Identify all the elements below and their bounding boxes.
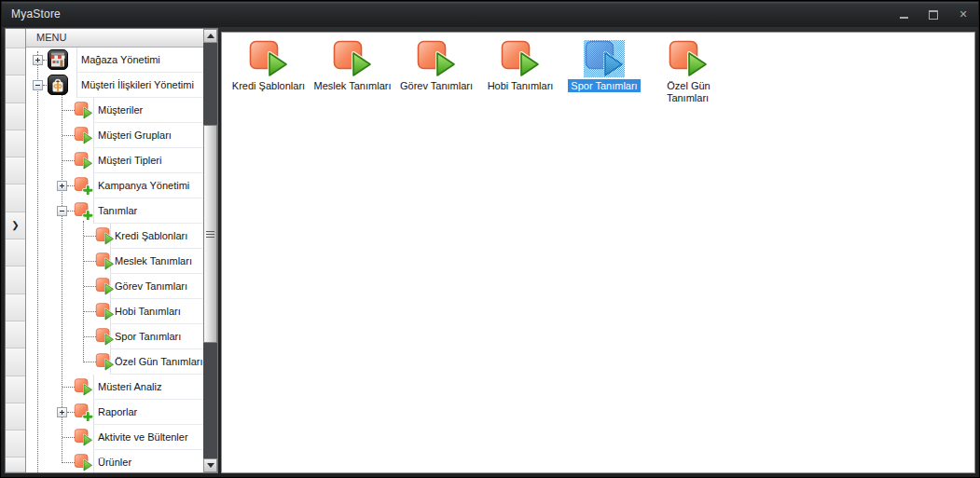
content-item[interactable]: Özel Gün Tanımları — [646, 40, 730, 104]
tree-node[interactable]: Müşteriler — [26, 98, 203, 123]
scrollbar-thumb[interactable] — [203, 125, 217, 343]
content-item[interactable]: Hobi Tanımları — [478, 40, 562, 104]
tree-node-label: Müşteri İlişkileri Yönetimi — [81, 73, 194, 97]
indicator-cell — [6, 48, 25, 75]
maximize-button[interactable] — [926, 7, 941, 22]
indicator-cell — [6, 294, 25, 321]
play-icon — [95, 278, 115, 295]
tree-node-label: Müşteri Grupları — [98, 123, 172, 147]
play-icon — [500, 40, 541, 77]
indicator-cell — [6, 184, 25, 212]
play-icon — [74, 454, 93, 471]
tree-node-label: Mağaza Yönetimi — [81, 48, 160, 72]
play-icon — [416, 40, 457, 77]
tree-node[interactable]: Mağaza Yönetimi — [26, 48, 203, 73]
tree-node-label: Kampanya Yönetimi — [98, 173, 189, 198]
content-item[interactable]: Görev Tanımları — [394, 40, 478, 104]
expander-icon[interactable] — [33, 80, 43, 90]
tree-node[interactable]: Hobi Tanımları — [26, 299, 203, 324]
tree-node-label: Müşteri Tipleri — [98, 148, 161, 172]
play-icon — [332, 40, 373, 77]
expander-icon[interactable] — [57, 181, 67, 191]
play-icon — [74, 429, 93, 446]
scroll-up-button[interactable] — [203, 29, 217, 43]
tree-node-label: Tanımlar — [98, 198, 137, 223]
indicator-cell — [6, 458, 25, 472]
tree-node-label: Spor Tanımları — [115, 324, 181, 348]
indicator-cell — [6, 321, 25, 348]
plus-icon — [74, 403, 93, 421]
indicator-cell — [6, 376, 25, 403]
indicator-cell — [6, 130, 25, 157]
bag-icon — [48, 75, 68, 95]
minimize-button[interactable] — [896, 7, 911, 22]
play-icon — [95, 303, 115, 321]
tree-node[interactable]: Tanımlar — [26, 198, 203, 224]
indicator-cell — [6, 430, 25, 458]
tree-node[interactable]: Aktivite ve Bültenler — [26, 425, 203, 450]
play-icon — [95, 253, 115, 270]
tree-node-label: Müsteri Analiz — [98, 375, 161, 399]
indicator-cell — [6, 29, 25, 48]
tree-node[interactable]: Müşteri Grupları — [26, 123, 203, 148]
tree-node-label: Müşteriler — [98, 98, 143, 122]
tree-node[interactable]: Spor Tanımları — [26, 324, 203, 349]
tree-node[interactable]: Kredi Şablonları — [26, 224, 203, 249]
tree-node[interactable]: Müşteri Tipleri — [26, 148, 203, 173]
indicator-cell — [6, 157, 25, 184]
focused-row-arrow-icon: ❯ — [11, 220, 19, 230]
tree-node-label: Özel Gün Tanımları — [115, 349, 203, 374]
play-icon — [74, 102, 93, 119]
client-area: ❯ MENU Mağaza Yönetimi Müşteri İlişkiler… — [2, 27, 978, 476]
tree-node-label: Ürünler — [98, 450, 131, 472]
play-icon — [584, 40, 625, 77]
scroll-down-button[interactable] — [203, 458, 217, 472]
tree-node-label: Aktivite ve Bültenler — [98, 425, 188, 449]
tree-node-label: Meslek Tanımları — [115, 249, 192, 273]
shortcut-list: Kredi Şablonları Meslek Tanımları Görev … — [227, 40, 730, 104]
window-controls: ✕ — [896, 2, 971, 27]
tree-node[interactable]: Görev Tanımları — [26, 274, 203, 299]
maximize-icon — [929, 10, 938, 20]
content-panel: Kredi Şablonları Meslek Tanımları Görev … — [221, 32, 975, 473]
play-icon — [74, 152, 93, 170]
tree-node[interactable]: Özel Gün Tanımları — [26, 349, 203, 375]
tree-node-label: Raporlar — [98, 400, 137, 424]
play-icon — [74, 127, 93, 144]
menu-scrollbar[interactable] — [203, 29, 217, 472]
store-icon — [48, 49, 68, 70]
indicator-cell — [6, 75, 25, 102]
indicator-cell — [6, 103, 25, 130]
plus-icon — [74, 177, 93, 195]
indicator-cell — [6, 266, 25, 294]
content-item[interactable]: Spor Tanımları — [562, 40, 646, 104]
close-button[interactable]: ✕ — [956, 7, 971, 22]
tree-node[interactable]: Müşteri İlişkileri Yönetimi — [26, 73, 203, 98]
content-item-label: Görev Tanımları — [394, 80, 478, 92]
menu-header: MENU — [26, 29, 203, 48]
minimize-icon — [900, 17, 908, 19]
tree-node-label: Hobi Tanımları — [115, 299, 181, 323]
menu-dock-panel: ❯ MENU Mağaza Yönetimi Müşteri İlişkiler… — [5, 28, 218, 473]
tree-node[interactable]: Meslek Tanımları — [26, 249, 203, 274]
indicator-cell — [6, 348, 25, 376]
play-icon — [74, 378, 93, 396]
title-bar[interactable]: MyaStore ✕ — [2, 2, 978, 28]
expander-icon[interactable] — [33, 55, 43, 65]
tree-node-label: Kredi Şablonları — [115, 224, 187, 248]
tree-node[interactable]: Raporlar — [26, 400, 203, 425]
row-indicator-strip: ❯ — [6, 29, 26, 472]
expander-icon[interactable] — [57, 206, 67, 216]
play-icon — [95, 353, 115, 371]
content-item-label: Özel Gün Tanımları — [646, 80, 730, 104]
play-icon — [95, 328, 115, 346]
menu-tree: Mağaza Yönetimi Müşteri İlişkileri Yönet… — [26, 48, 203, 472]
tree-node[interactable]: Ürünler — [26, 450, 203, 472]
play-icon — [95, 227, 115, 245]
tree-node[interactable]: Kampanya Yönetimi — [26, 173, 203, 198]
tree-node[interactable]: Müsteri Analiz — [26, 375, 203, 400]
arrow-up-icon — [207, 34, 214, 38]
content-item[interactable]: Meslek Tanımları — [311, 40, 394, 104]
content-item[interactable]: Kredi Şablonları — [227, 40, 311, 104]
expander-icon[interactable] — [57, 407, 67, 417]
